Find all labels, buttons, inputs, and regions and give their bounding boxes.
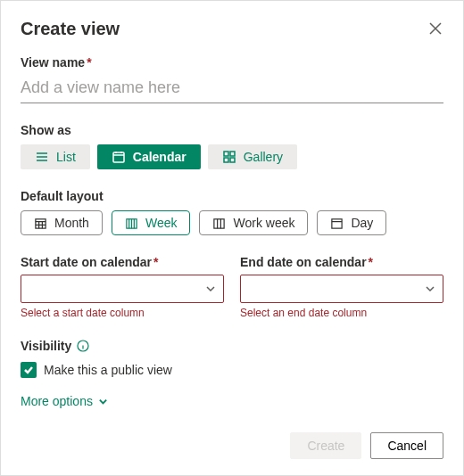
svg-rect-8 [332,218,342,227]
start-date-label: Start date on calendar* [21,255,224,269]
show-as-list[interactable]: List [21,144,90,169]
svg-rect-1 [224,152,228,156]
svg-rect-4 [230,158,235,162]
create-button: Create [290,432,361,459]
default-layout-options: Month Week Work week Day [21,210,443,235]
view-name-label: View name* [21,55,443,70]
start-date-error: Select a start date column [21,307,224,319]
public-view-checkbox[interactable] [21,362,37,378]
workweek-icon [212,217,226,230]
chevron-down-icon [425,283,435,294]
show-as-gallery[interactable]: Gallery [208,144,297,169]
end-date-label: End date on calendar* [240,255,443,269]
public-view-label: Make this a public view [44,363,172,377]
info-icon[interactable] [77,340,89,352]
close-icon [429,22,442,35]
view-name-input[interactable] [21,75,443,103]
list-icon [35,150,49,164]
layout-month[interactable]: Month [21,210,103,235]
layout-workweek[interactable]: Work week [199,210,308,235]
chevron-down-icon [205,283,216,294]
svg-rect-0 [113,152,124,162]
more-options-toggle[interactable]: More options [21,394,108,408]
chevron-down-icon [98,397,108,406]
calendar-icon [112,150,126,164]
dialog-header: Create view [21,19,443,39]
default-layout-label: Default layout [21,189,443,203]
day-icon [330,217,344,230]
week-icon [125,217,138,230]
svg-rect-3 [224,158,228,162]
layout-week[interactable]: Week [112,210,191,235]
dialog-footer: Create Cancel [290,432,443,459]
dialog-title: Create view [21,19,120,39]
svg-rect-5 [36,218,46,227]
create-view-dialog: Create view View name* Show as List Cale… [1,1,463,426]
end-date-error: Select an end date column [240,307,443,319]
svg-rect-7 [214,218,224,227]
svg-rect-2 [230,152,235,156]
public-view-checkbox-row[interactable]: Make this a public view [21,362,443,378]
show-as-label: Show as [21,123,443,137]
close-button[interactable] [429,22,443,37]
check-icon [23,365,34,375]
visibility-label: Visibility [21,339,71,353]
month-icon [34,217,47,230]
gallery-icon [222,150,236,164]
start-date-select[interactable] [21,275,224,303]
cancel-button[interactable]: Cancel [370,432,443,459]
end-date-select[interactable] [240,275,443,303]
show-as-options: List Calendar Gallery [21,144,443,169]
show-as-calendar[interactable]: Calendar [97,144,201,169]
layout-day[interactable]: Day [317,210,386,235]
